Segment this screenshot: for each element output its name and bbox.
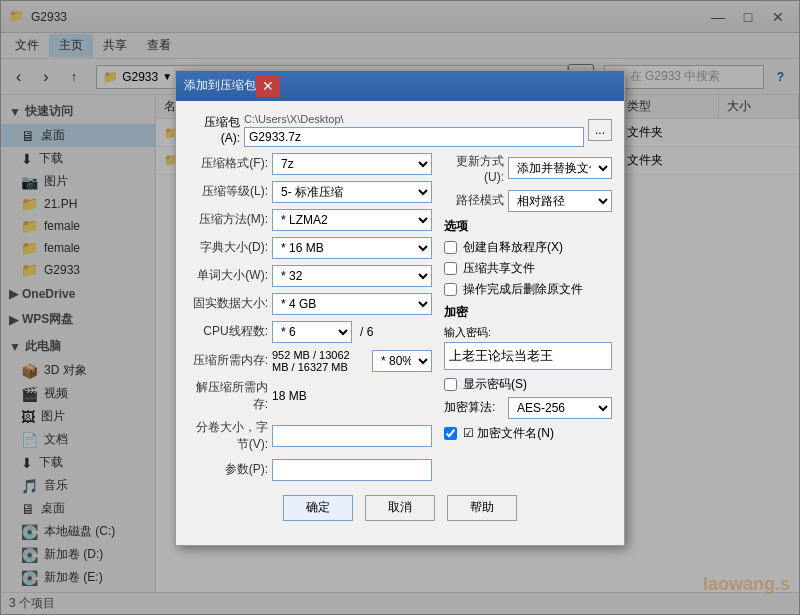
help-button[interactable]: 帮助 [447, 495, 517, 521]
opt1-label: 创建自释放程序(X) [463, 239, 563, 256]
level-label: 压缩等级(L): [188, 183, 268, 200]
show-pwd-label: 显示密码(S) [463, 376, 527, 393]
method-row: 压缩方法(M): * LZMA2 [188, 209, 432, 231]
pathmode-label: 路径模式 [444, 192, 504, 209]
enc-filename-checkbox[interactable] [444, 427, 457, 440]
pathmode-row: 路径模式 相对路径 [444, 190, 612, 212]
opt3-row: 操作完成后删除原文件 [444, 281, 612, 298]
password-input[interactable] [444, 342, 612, 370]
archive-filename-input[interactable] [244, 127, 584, 147]
method-select[interactable]: * LZMA2 [272, 209, 432, 231]
method-select-wrapper: * LZMA2 [272, 209, 432, 231]
pathmode-select[interactable]: 相对路径 [508, 190, 612, 212]
solid-row: 固实数据大小: * 4 GB [188, 293, 432, 315]
solid-select-wrapper: * 4 GB [272, 293, 432, 315]
dialog-close-button[interactable]: ✕ [256, 75, 280, 97]
dict-row: 字典大小(D): * 16 MB [188, 237, 432, 259]
enc-alg-wrapper: AES-256 [508, 397, 612, 419]
update-select[interactable]: 添加并替换文件 [508, 157, 612, 179]
dict-select-wrapper: * 16 MB [272, 237, 432, 259]
solid-select[interactable]: * 4 GB [272, 293, 432, 315]
format-label: 压缩格式(F): [188, 155, 268, 172]
enc-alg-row: 加密算法: AES-256 [444, 397, 612, 419]
split-row: 分卷大小，字节(V): [188, 419, 432, 453]
level-select[interactable]: 5- 标准压缩 [272, 181, 432, 203]
archive-label: 压缩包(A): [188, 114, 240, 145]
cpu-max-label: / 6 [360, 325, 373, 339]
enc-input-label: 输入密码: [444, 325, 612, 340]
right-column: 更新方式(U): 添加并替换文件 路径模式 相对路径 [444, 153, 612, 487]
ok-button[interactable]: 确定 [283, 495, 353, 521]
decomp-row: 解压缩所需内存: 18 MB [188, 379, 432, 413]
opt3-label: 操作完成后删除原文件 [463, 281, 583, 298]
mem-row: 压缩所需内存: 952 MB / 13062 MB / 16327 MB * 8… [188, 349, 432, 373]
dialog-body: 压缩包(A): C:\Users\X\Desktop\ ... 压缩格式(F):… [176, 101, 624, 545]
options-label: 选项 [444, 218, 612, 235]
mem-value: 952 MB / 13062 MB / 16327 MB [272, 349, 368, 373]
opt1-checkbox[interactable] [444, 241, 457, 254]
dict-select[interactable]: * 16 MB [272, 237, 432, 259]
mem-label: 压缩所需内存: [188, 352, 268, 369]
archive-path-display: C:\Users\X\Desktop\ [244, 113, 584, 125]
opt2-label: 压缩共享文件 [463, 260, 535, 277]
level-row: 压缩等级(L): 5- 标准压缩 [188, 181, 432, 203]
mem-pct-select[interactable]: * 80% [372, 350, 432, 372]
cpu-select-wrapper: * 6 [272, 321, 352, 343]
opt1-row: 创建自释放程序(X) [444, 239, 612, 256]
left-column: 压缩格式(F): 7z 压缩等级(L): 5- 标准压缩 [188, 153, 432, 487]
dialog-add-archive: 添加到压缩包 ✕ 压缩包(A): C:\Users\X\Desktop\ ... [175, 70, 625, 546]
update-label: 更新方式(U): [444, 153, 504, 184]
enc-filename-label: ☑ 加密文件名(N) [463, 425, 554, 442]
word-select-wrapper: * 32 [272, 265, 432, 287]
browse-button[interactable]: ... [588, 119, 612, 141]
dialog-footer: 确定 取消 帮助 [188, 487, 612, 533]
mem-pct-wrapper: * 80% [372, 350, 432, 372]
cpu-row: CPU线程数: * 6 / 6 [188, 321, 432, 343]
pathmode-select-wrapper: 相对路径 [508, 190, 612, 212]
decomp-value: 18 MB [272, 389, 307, 403]
format-select-wrapper: 7z [272, 153, 432, 175]
solid-label: 固实数据大小: [188, 295, 268, 312]
cpu-label: CPU线程数: [188, 323, 268, 340]
show-password-checkbox[interactable] [444, 378, 457, 391]
opt3-checkbox[interactable] [444, 283, 457, 296]
dialog-overlay: 添加到压缩包 ✕ 压缩包(A): C:\Users\X\Desktop\ ... [0, 0, 800, 615]
dialog-title-text: 添加到压缩包 [184, 77, 256, 94]
opt2-checkbox[interactable] [444, 262, 457, 275]
cancel-button[interactable]: 取消 [365, 495, 435, 521]
enc-alg-select[interactable]: AES-256 [508, 397, 612, 419]
word-row: 单词大小(W): * 32 [188, 265, 432, 287]
cpu-select[interactable]: * 6 [272, 321, 352, 343]
param-row: 参数(P): [188, 459, 432, 481]
word-select[interactable]: * 32 [272, 265, 432, 287]
dict-label: 字典大小(D): [188, 239, 268, 256]
update-select-wrapper: 添加并替换文件 [508, 157, 612, 179]
archive-path-row: 压缩包(A): C:\Users\X\Desktop\ ... [188, 113, 612, 147]
level-select-wrapper: 5- 标准压缩 [272, 181, 432, 203]
split-label: 分卷大小，字节(V): [188, 419, 268, 453]
enc-alg-label: 加密算法: [444, 399, 504, 416]
word-label: 单词大小(W): [188, 267, 268, 284]
dialog-title-bar: 添加到压缩包 ✕ [176, 71, 624, 101]
enc-file-row: ☑ 加密文件名(N) [444, 425, 612, 442]
method-label: 压缩方法(M): [188, 211, 268, 228]
split-input[interactable] [272, 425, 432, 447]
update-row: 更新方式(U): 添加并替换文件 [444, 153, 612, 184]
format-row: 压缩格式(F): 7z [188, 153, 432, 175]
two-col-layout: 压缩格式(F): 7z 压缩等级(L): 5- 标准压缩 [188, 153, 612, 487]
options-section: 选项 创建自释放程序(X) 压缩共享文件 操作完成后删除原文件 [444, 218, 612, 298]
param-label: 参数(P): [188, 461, 268, 478]
show-pwd-row: 显示密码(S) [444, 376, 612, 393]
param-input[interactable] [272, 459, 432, 481]
enc-label: 加密 [444, 304, 612, 321]
opt2-row: 压缩共享文件 [444, 260, 612, 277]
decomp-label: 解压缩所需内存: [188, 379, 268, 413]
format-select[interactable]: 7z [272, 153, 432, 175]
encryption-section: 加密 输入密码: 显示密码(S) 加密算法: AES-256 [444, 304, 612, 442]
